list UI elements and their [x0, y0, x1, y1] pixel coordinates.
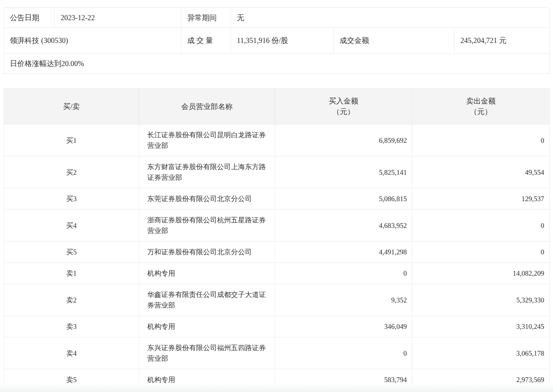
broker-name-cell: 浙商证券股份有限公司杭州五星路证券营业部 — [139, 210, 275, 242]
broker-name-cell: 万和证券股份有限公司北京分公司 — [139, 242, 275, 263]
side-cell: 买2 — [4, 156, 139, 188]
sell-amount-cell: 0 — [412, 242, 550, 263]
col-header-sell-amount-label: 卖出金额 — [412, 96, 549, 106]
col-header-broker-name: 会员营业部名称 — [139, 89, 275, 124]
broker-name-cell: 长江证券股份有限公司昆明白龙路证券营业部 — [139, 124, 275, 156]
table-row: 买4 浙商证券股份有限公司杭州五星路证券营业部 4,683,952 0 — [4, 210, 550, 242]
sell-amount-cell: 0 — [412, 124, 550, 156]
broker-name-cell: 东兴证券股份有限公司福州五四路证券营业部 — [139, 337, 275, 369]
col-header-buy-amount-unit: （元） — [275, 106, 412, 117]
buy-amount-cell: 0 — [275, 337, 412, 369]
col-header-broker-name-label: 会员营业部名称 — [139, 101, 275, 112]
buy-amount-cell: 6,859,692 — [275, 124, 412, 156]
side-cell: 卖4 — [4, 337, 139, 369]
broker-table-header-row: 买/卖 会员营业部名称 买入金额 （元） 卖出金额 （元） — [4, 89, 550, 124]
broker-name-cell: 华鑫证券有限责任公司成都交子大道证券营业部 — [139, 284, 275, 316]
side-cell: 买5 — [4, 242, 139, 263]
table-row: 卖4 东兴证券股份有限公司福州五四路证券营业部 0 3,065,178 — [4, 337, 550, 369]
side-cell: 买4 — [4, 210, 139, 242]
announcement-info-table: 公告日期 2023-12-22 异常期间 无 领湃科技 (300530) 成 交… — [4, 7, 550, 74]
sell-amount-cell: 14,082,209 — [412, 263, 550, 284]
broker-name-cell: 东方财富证券股份有限公司上海东方路证券营业部 — [139, 156, 275, 188]
buy-amount-cell: 5,825,141 — [275, 156, 412, 188]
col-header-buy-amount-label: 买入金额 — [275, 96, 412, 106]
sell-amount-cell: 5,329,330 — [412, 284, 550, 316]
col-header-buy-amount: 买入金额 （元） — [275, 89, 412, 124]
col-header-sell-amount-unit: （元） — [412, 106, 549, 117]
col-header-side-label: 买/卖 — [4, 101, 139, 112]
table-row: 卖1 机构专用 0 14,082,209 — [4, 263, 550, 284]
table-row: 卖2 华鑫证券有限责任公司成都交子大道证券营业部 9,352 5,329,330 — [4, 284, 550, 316]
buy-amount-cell: 346,049 — [275, 316, 412, 337]
col-header-sell-amount: 卖出金额 （元） — [412, 89, 550, 124]
buy-amount-cell: 4,683,952 — [275, 210, 412, 242]
buy-amount-cell: 0 — [275, 263, 412, 284]
announcement-date-label: 公告日期 — [4, 8, 55, 28]
broker-name-cell: 东莞证券股份有限公司北京分公司 — [139, 188, 275, 210]
sell-amount-cell: 3,065,178 — [412, 337, 550, 369]
side-cell: 卖3 — [4, 316, 139, 337]
page-background-strip — [0, 385, 553, 392]
turnover-value: 245,204,721 元 — [455, 28, 550, 54]
broker-name-cell: 机构专用 — [139, 263, 275, 284]
buy-amount-cell: 4,491,298 — [275, 242, 412, 263]
page: 公告日期 2023-12-22 异常期间 无 领湃科技 (300530) 成 交… — [0, 0, 553, 391]
announcement-date-value: 2023-12-22 — [55, 8, 181, 28]
volume-label: 成 交 量 — [181, 28, 231, 54]
sell-amount-cell: 3,310,245 — [412, 316, 550, 337]
side-cell: 买1 — [4, 124, 139, 156]
table-row: 买3 东莞证券股份有限公司北京分公司 5,086,815 129,537 — [4, 188, 550, 210]
side-cell: 卖1 — [4, 263, 139, 284]
table-row: 买1 长江证券股份有限公司昆明白龙路证券营业部 6,859,692 0 — [4, 124, 550, 156]
abnormal-period-label: 异常期间 — [181, 8, 231, 28]
stock-name: 领湃科技 (300530) — [4, 28, 181, 54]
sell-amount-cell: 49,554 — [412, 156, 550, 188]
broker-table-body: 买1 长江证券股份有限公司昆明白龙路证券营业部 6,859,692 0 买2 东… — [4, 124, 550, 391]
price-change-note: 日价格涨幅达到20.00% — [4, 54, 550, 74]
sell-amount-cell: 129,537 — [412, 188, 550, 210]
info-row-date: 公告日期 2023-12-22 异常期间 无 — [4, 8, 550, 28]
table-row: 买2 东方财富证券股份有限公司上海东方路证券营业部 5,825,141 49,5… — [4, 156, 550, 188]
broker-name-cell: 机构专用 — [139, 316, 275, 337]
abnormal-period-value: 无 — [231, 8, 550, 28]
col-header-side: 买/卖 — [4, 89, 139, 124]
side-cell: 卖2 — [4, 284, 139, 316]
broker-ranking-table: 买/卖 会员营业部名称 买入金额 （元） 卖出金额 （元） 买1 长江证券股份有… — [4, 88, 550, 391]
side-cell: 买3 — [4, 188, 139, 210]
sell-amount-cell: 0 — [412, 210, 550, 242]
buy-amount-cell: 5,086,815 — [275, 188, 412, 210]
info-row-note: 日价格涨幅达到20.00% — [4, 54, 550, 74]
info-row-stock: 领湃科技 (300530) 成 交 量 11,351,916 份/股 成交金额 … — [4, 28, 550, 54]
table-row: 卖3 机构专用 346,049 3,310,245 — [4, 316, 550, 337]
buy-amount-cell: 9,352 — [275, 284, 412, 316]
turnover-label: 成交金额 — [334, 28, 455, 54]
volume-value: 11,351,916 份/股 — [231, 28, 334, 54]
table-row: 买5 万和证券股份有限公司北京分公司 4,491,298 0 — [4, 242, 550, 263]
